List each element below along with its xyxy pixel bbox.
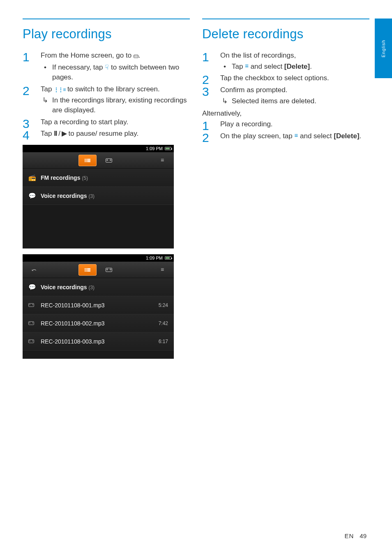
nav-library-button[interactable] bbox=[78, 264, 97, 276]
row-fm-recordings[interactable]: 📻 FM recordings (5) bbox=[23, 169, 174, 187]
alt-step-1: Play a recording. bbox=[202, 119, 369, 130]
step-1-bullets: If necessary, tap ☟ to switch between tw… bbox=[41, 63, 190, 83]
language-tab: English bbox=[375, 19, 392, 78]
battery-icon bbox=[165, 147, 171, 150]
row-label: Voice recordings (3) bbox=[41, 193, 168, 199]
library-icon: ⋮⋮≡ bbox=[54, 87, 65, 93]
status-time: 1:09 PM bbox=[146, 255, 163, 260]
column-left: Play recordings From the Home screen, go… bbox=[23, 19, 190, 361]
page-footer: EN49 bbox=[344, 532, 367, 539]
bullet: If necessary, tap ☟ to switch between tw… bbox=[41, 63, 190, 83]
nav-menu-button[interactable]: ≡ bbox=[153, 155, 171, 166]
rule bbox=[202, 19, 369, 19]
tape-icon bbox=[106, 268, 112, 272]
status-time: 1:09 PM bbox=[146, 146, 163, 151]
nav-row: ≡ bbox=[23, 152, 174, 169]
screenshot-voice-list: 1:09 PM ⤺ ≡ bbox=[23, 254, 174, 359]
content-columns: Play recordings From the Home screen, go… bbox=[0, 0, 392, 361]
nav-recordings-button[interactable] bbox=[100, 155, 118, 166]
nav-menu-button[interactable]: ≡ bbox=[153, 264, 171, 276]
menu-icon: ≡ bbox=[161, 269, 164, 271]
file-name: REC-20101108-003.mp3 bbox=[41, 338, 159, 345]
row-voice-recordings[interactable]: 💬 Voice recordings (3) bbox=[23, 187, 174, 205]
step-1: On the list of recordings, Tap ≡ and sel… bbox=[202, 51, 369, 72]
file-name: REC-20101108-002.mp3 bbox=[41, 320, 159, 327]
voice-icon: 💬 bbox=[28, 283, 41, 291]
row-label: FM recordings (5) bbox=[41, 174, 168, 181]
delete-alt-steps: Play a recording. On the play screen, ta… bbox=[202, 119, 369, 141]
step-2: Tap ⋮⋮≡ to switch to the library screen.… bbox=[23, 84, 190, 116]
step-2-result: In the recordings library, existing reco… bbox=[41, 95, 190, 116]
step-2: Tap the checkbox to select options. bbox=[202, 73, 369, 84]
row-label: Voice recordings (3) bbox=[41, 284, 168, 290]
radio-icon: 📻 bbox=[28, 174, 41, 181]
rule bbox=[23, 19, 190, 19]
step-3: Confirm as prompted. Selected items are … bbox=[202, 85, 369, 106]
row-file-1[interactable]: REC-20101108-001.mp3 5:24 bbox=[23, 296, 174, 314]
file-name: REC-20101108-001.mp3 bbox=[41, 302, 159, 309]
statusbar: 1:09 PM bbox=[23, 145, 174, 152]
step-1-bullets: Tap ≡ and select [Delete]. bbox=[220, 62, 369, 72]
file-duration: 5:24 bbox=[159, 302, 168, 308]
bullet: Tap ≡ and select [Delete]. bbox=[220, 62, 369, 72]
page: English Play recordings From the Home sc… bbox=[0, 0, 392, 555]
section-title-play: Play recordings bbox=[23, 27, 190, 42]
blank-area bbox=[23, 351, 174, 359]
row-voice-header[interactable]: 💬 Voice recordings (3) bbox=[23, 278, 174, 296]
battery-icon bbox=[165, 256, 171, 260]
tape-icon bbox=[28, 303, 41, 307]
nav-row: ⤺ ≡ bbox=[23, 262, 174, 278]
delete-steps: On the list of recordings, Tap ≡ and sel… bbox=[202, 51, 369, 106]
tape-icon bbox=[28, 321, 41, 325]
screenshot-library-root: 1:09 PM ≡ bbox=[23, 145, 174, 248]
footer-lang: EN bbox=[344, 532, 354, 539]
step-3: Tap a recording to start play. bbox=[23, 117, 190, 128]
menu-icon: ≡ bbox=[245, 65, 249, 67]
nav-library-button[interactable] bbox=[78, 155, 97, 166]
voice-icon: 💬 bbox=[28, 192, 41, 200]
statusbar: 1:09 PM bbox=[23, 254, 174, 262]
back-icon: ⤺ bbox=[32, 267, 37, 273]
tape-icon bbox=[134, 51, 138, 62]
tape-icon bbox=[28, 339, 41, 343]
step-4: Tap II / ▶ to pause/ resume play. bbox=[23, 129, 190, 139]
pause-play-icon: II / ▶ bbox=[54, 130, 67, 137]
column-right: Delete recordings On the list of recordi… bbox=[202, 19, 369, 361]
blank-area bbox=[23, 205, 174, 248]
nav-recordings-button[interactable] bbox=[100, 264, 118, 276]
menu-icon: ≡ bbox=[161, 159, 164, 161]
alternatively-label: Alternatively, bbox=[202, 109, 369, 118]
footer-page: 49 bbox=[360, 532, 367, 539]
nav-back-button[interactable]: ⤺ bbox=[25, 264, 43, 276]
file-duration: 6:17 bbox=[159, 339, 168, 344]
menu-icon: ≡ bbox=[295, 134, 298, 136]
row-file-2[interactable]: REC-20101108-002.mp3 7:42 bbox=[23, 314, 174, 332]
row-file-3[interactable]: REC-20101108-003.mp3 6:17 bbox=[23, 332, 174, 351]
pointer-icon: ☟ bbox=[105, 64, 109, 71]
alt-step-2: On the play screen, tap ≡ and select [De… bbox=[202, 131, 369, 142]
section-title-delete: Delete recordings bbox=[202, 27, 369, 42]
play-steps: From the Home screen, go to . If necessa… bbox=[23, 51, 190, 139]
step-1: From the Home screen, go to . If necessa… bbox=[23, 51, 190, 83]
step-3-result: Selected items are deleted. bbox=[220, 96, 369, 107]
tape-icon bbox=[106, 158, 112, 163]
file-duration: 7:42 bbox=[159, 320, 168, 326]
language-tab-label: English bbox=[381, 39, 386, 57]
